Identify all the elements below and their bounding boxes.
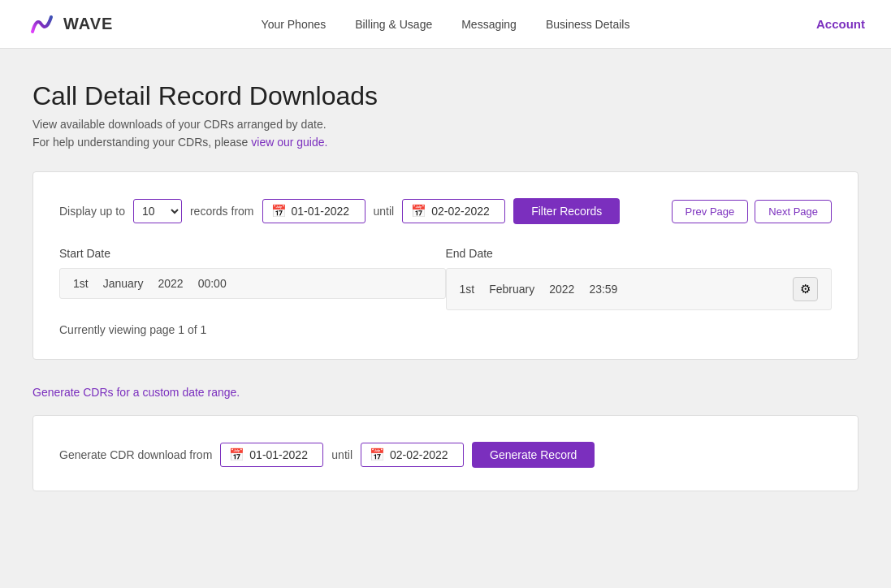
start-month: January [103, 277, 144, 290]
generate-card: Generate CDR download from 📅 until 📅 Gen… [32, 415, 859, 491]
filter-records-button[interactable]: Filter Records [513, 198, 620, 224]
from-date-wrapper: 📅 [262, 199, 365, 223]
end-month: February [489, 283, 534, 296]
filter-row: Display up to 10 25 50 100 records from … [59, 198, 832, 224]
pagination-buttons: Prev Page Next Page [672, 200, 832, 223]
end-date-header-col: End Date 1st February 2022 23:59 ⚙ [446, 247, 833, 310]
calendar-icon-gen-until: 📅 [370, 447, 385, 462]
display-up-to-label: Display up to [59, 205, 125, 218]
nav-business-details[interactable]: Business Details [546, 18, 630, 31]
start-date-header: Start Date [59, 247, 446, 268]
end-time: 23:59 [589, 283, 617, 296]
nav-your-phones[interactable]: Your Phones [262, 18, 327, 31]
generate-label: Generate CDR download from [59, 448, 212, 461]
generate-row: Generate CDR download from 📅 until 📅 Gen… [59, 442, 832, 468]
start-year: 2022 [158, 277, 184, 290]
page-info: Currently viewing page 1 of 1 [59, 323, 832, 336]
gen-until-date-wrapper: 📅 [361, 443, 464, 467]
calendar-icon-gen-from: 📅 [229, 447, 244, 462]
date-range-grid: Start Date 1st January 2022 00:00 End Da… [59, 247, 832, 310]
until-label: until [374, 205, 395, 218]
start-time: 00:00 [198, 277, 227, 290]
from-date-input[interactable] [292, 205, 357, 218]
prev-page-button[interactable]: Prev Page [672, 200, 749, 223]
filter-card: Display up to 10 25 50 100 records from … [32, 171, 859, 360]
gen-until-date-input[interactable] [390, 448, 455, 461]
gen-until-label: until [331, 448, 353, 461]
page-guide: For help understanding your CDRs, please… [32, 136, 859, 149]
end-date-values: 1st February 2022 23:59 ⚙ [446, 268, 833, 310]
start-day: 1st [73, 277, 89, 290]
main-content: Call Detail Record Downloads View availa… [0, 49, 891, 550]
nav-billing[interactable]: Billing & Usage [355, 18, 432, 31]
records-from-label: records from [190, 205, 254, 218]
page-subtitle: View available downloads of your CDRs ar… [32, 118, 859, 131]
end-day: 1st [460, 283, 475, 296]
until-date-input[interactable] [431, 205, 496, 218]
gen-from-date-input[interactable] [249, 448, 314, 461]
nav-messaging[interactable]: Messaging [461, 18, 517, 31]
end-year: 2022 [549, 283, 574, 296]
logo-text: WAVE [63, 15, 113, 33]
calendar-icon-until: 📅 [411, 204, 426, 218]
account-link[interactable]: Account [816, 17, 865, 31]
calendar-icon-from: 📅 [271, 204, 287, 218]
page-title: Call Detail Record Downloads [32, 81, 859, 111]
start-date-values: 1st January 2022 00:00 [59, 268, 446, 299]
gear-button[interactable]: ⚙ [793, 277, 818, 301]
logo-link[interactable]: WAVE [26, 9, 113, 40]
navbar: WAVE Your Phones Billing & Usage Messagi… [0, 0, 891, 49]
logo-icon [26, 9, 57, 40]
nav-links: Your Phones Billing & Usage Messaging Bu… [262, 18, 630, 31]
records-select[interactable]: 10 25 50 100 [133, 199, 182, 223]
until-date-wrapper: 📅 [402, 199, 505, 223]
generate-intro: Generate CDRs for a custom date range. [32, 386, 859, 399]
gen-from-date-wrapper: 📅 [220, 443, 323, 467]
generate-record-button[interactable]: Generate Record [472, 442, 595, 468]
guide-link[interactable]: view our guide. [251, 136, 327, 149]
next-page-button[interactable]: Next Page [755, 200, 832, 223]
end-date-header: End Date [446, 247, 833, 268]
start-date-header-col: Start Date 1st January 2022 00:00 [59, 247, 446, 310]
